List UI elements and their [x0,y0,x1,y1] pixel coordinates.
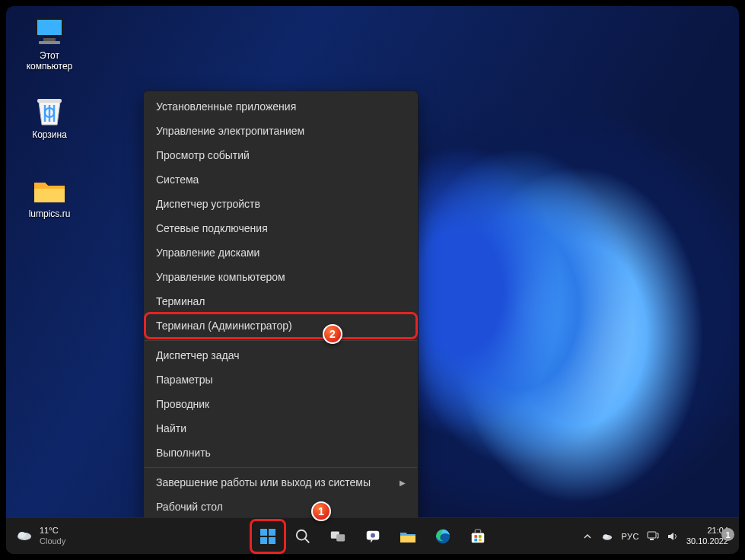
file-explorer-button[interactable] [393,521,423,552]
notification-count-badge[interactable]: 1 [721,528,734,541]
menu-item-desktop[interactable]: Рабочий стол [144,495,418,519]
network-icon[interactable] [647,530,659,542]
store-icon [470,528,486,545]
chat-icon [365,528,381,545]
menu-item-computer-management[interactable]: Управление компьютером [144,265,418,289]
svg-rect-27 [650,539,654,540]
svg-rect-26 [648,532,656,538]
menu-item-run[interactable]: Выполнить [144,441,418,465]
chat-button[interactable] [358,521,388,552]
menu-item-disk-management[interactable]: Управление дисками [144,240,418,265]
desktop-icon-label: Корзина [20,129,79,140]
svg-rect-10 [260,537,267,544]
svg-rect-4 [37,99,62,103]
taskbar: 11°C Cloudy [6,517,739,554]
menu-item-installed-apps[interactable]: Установленные приложения [144,94,418,119]
menu-item-task-manager[interactable]: Диспетчер задач [144,343,418,368]
recycle-bin-icon [31,94,68,128]
svg-point-17 [371,533,375,537]
menu-item-settings[interactable]: Параметры [144,368,418,392]
desktop-icon-folder[interactable]: lumpics.ru [20,173,79,219]
edge-icon [435,528,451,545]
menu-separator [145,340,417,341]
chevron-right-icon: ▶ [400,479,406,487]
menu-item-shutdown-signout[interactable]: Завершение работы или выход из системы ▶ [144,470,418,495]
folder-icon [399,527,417,546]
svg-line-13 [304,538,309,542]
store-button[interactable] [463,521,493,552]
winx-context-menu: Установленные приложения Управление элек… [143,91,419,523]
svg-rect-2 [43,38,56,41]
taskbar-center [253,521,493,552]
svg-point-25 [603,534,609,538]
language-indicator[interactable]: РУС [621,532,639,541]
callout-badge-2: 2 [323,324,342,344]
weather-condition: Cloudy [40,536,65,546]
svg-rect-23 [478,538,481,541]
chevron-up-icon[interactable] [581,530,594,542]
desktop-icon-recycle-bin[interactable]: Корзина [20,94,79,140]
taskbar-right: РУС 21:04 30.10.2022 [581,526,728,546]
weather-temp: 11°C [40,526,65,536]
svg-rect-21 [478,535,481,538]
svg-rect-20 [474,535,477,538]
taskbar-weather-widget[interactable]: 11°C Cloudy [15,526,65,546]
menu-item-device-manager[interactable]: Диспетчер устройств [144,192,418,216]
svg-rect-15 [336,534,345,541]
menu-item-terminal-admin[interactable]: Терминал (Администратор) [144,313,418,338]
task-view-button[interactable] [323,521,353,552]
weather-icon [15,526,33,546]
task-view-icon [330,528,346,545]
svg-rect-3 [39,41,60,44]
svg-rect-22 [474,538,477,541]
menu-item-system[interactable]: Система [144,167,418,192]
search-button[interactable] [288,521,318,552]
onedrive-tray-icon[interactable] [601,530,613,542]
svg-point-12 [296,530,306,539]
desktop-icon-label: lumpics.ru [20,208,79,219]
desktop-icon-this-pc[interactable]: Этот компьютер [20,15,79,72]
menu-item-power-options[interactable]: Управление электропитанием [144,119,418,143]
menu-item-search[interactable]: Найти [144,416,418,441]
menu-item-network-connections[interactable]: Сетевые подключения [144,216,418,240]
svg-rect-11 [269,537,275,544]
pc-icon [31,15,68,49]
desktop-icon-label: Этот компьютер [20,50,79,72]
callout-badge-1: 1 [311,501,331,521]
start-button[interactable] [253,521,283,552]
svg-rect-1 [37,20,62,35]
svg-rect-19 [471,533,484,542]
volume-icon[interactable] [667,530,679,542]
svg-rect-8 [260,529,267,536]
svg-rect-9 [269,529,275,536]
windows-logo-icon [259,527,277,546]
svg-point-7 [18,532,26,538]
edge-button[interactable] [428,521,458,552]
menu-separator [145,467,417,468]
menu-item-terminal[interactable]: Терминал [144,289,418,313]
menu-item-explorer[interactable]: Проводник [144,392,418,416]
menu-item-event-viewer[interactable]: Просмотр событий [144,143,418,167]
search-icon [294,528,311,545]
folder-icon [31,173,68,207]
